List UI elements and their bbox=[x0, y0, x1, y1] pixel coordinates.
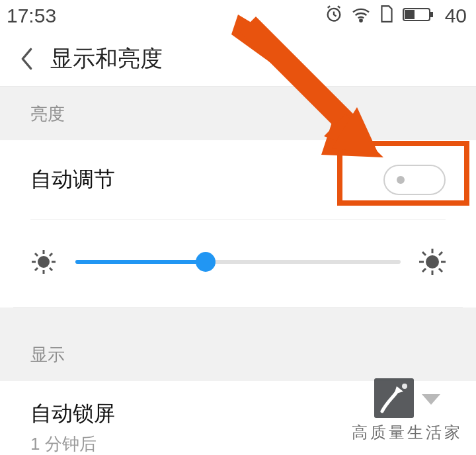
page-title: 显示和亮度 bbox=[50, 44, 163, 74]
brightness-slider[interactable] bbox=[75, 260, 401, 264]
auto-lock-label: 自动锁屏 bbox=[30, 399, 115, 429]
svg-line-19 bbox=[422, 252, 426, 255]
svg-line-12 bbox=[50, 253, 52, 256]
svg-line-20 bbox=[439, 269, 442, 272]
row-auto-adjust: 自动调节 bbox=[0, 140, 476, 220]
sim-icon bbox=[379, 5, 395, 28]
auto-lock-value: 1 分钟后 bbox=[30, 433, 115, 456]
svg-point-14 bbox=[426, 255, 439, 269]
header: 显示和亮度 bbox=[0, 32, 476, 86]
section-label-brightness: 亮度 bbox=[0, 86, 476, 140]
status-time: 17:53 bbox=[7, 5, 56, 27]
svg-line-11 bbox=[50, 268, 52, 270]
brightness-high-icon bbox=[419, 249, 446, 275]
svg-line-13 bbox=[35, 268, 38, 270]
svg-line-10 bbox=[35, 253, 38, 256]
brightness-slider-row bbox=[13, 220, 463, 308]
svg-line-21 bbox=[439, 252, 442, 255]
alarm-icon bbox=[325, 5, 343, 28]
svg-rect-3 bbox=[430, 12, 433, 17]
section-label-display: 显示 bbox=[0, 327, 476, 381]
svg-line-22 bbox=[422, 269, 426, 272]
battery-percent: 40 bbox=[445, 5, 467, 27]
back-button[interactable] bbox=[12, 44, 42, 74]
auto-adjust-toggle[interactable] bbox=[383, 165, 446, 195]
watermark-text: 高质量生活家 bbox=[352, 422, 463, 443]
watermark-dropdown-icon bbox=[422, 394, 440, 405]
svg-point-1 bbox=[360, 19, 362, 21]
auto-adjust-label: 自动调节 bbox=[30, 165, 115, 194]
svg-rect-4 bbox=[405, 10, 415, 19]
wifi-icon bbox=[351, 5, 371, 27]
svg-marker-28 bbox=[394, 386, 403, 394]
brightness-low-icon bbox=[30, 249, 57, 275]
svg-point-29 bbox=[402, 384, 407, 389]
watermark-logo-icon bbox=[374, 378, 414, 418]
status-bar: 17:53 bbox=[0, 0, 476, 32]
battery-icon bbox=[403, 5, 434, 27]
watermark: 高质量生活家 bbox=[352, 378, 463, 443]
svg-point-5 bbox=[38, 256, 50, 268]
